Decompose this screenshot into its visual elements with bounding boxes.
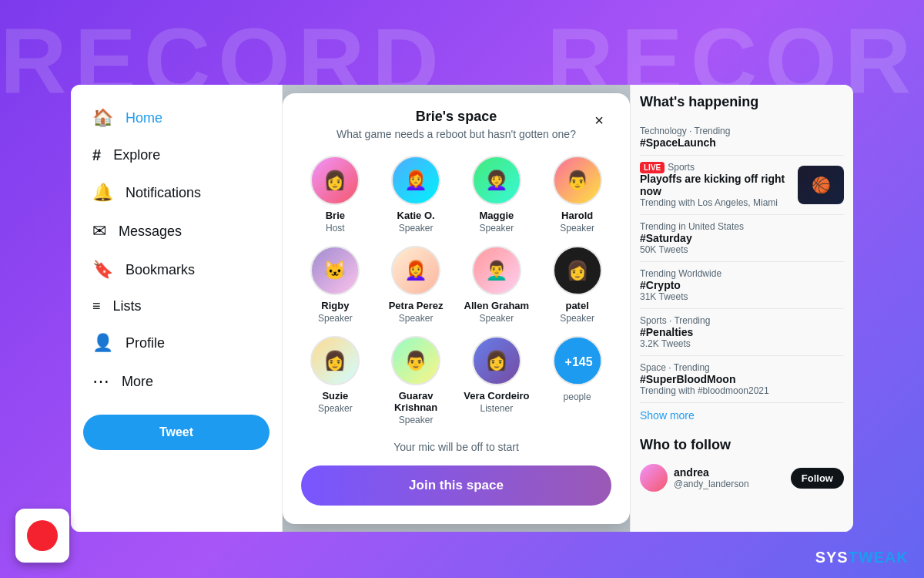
participant-name-suzie: Suzie bbox=[322, 390, 348, 402]
trending-title: What's happening bbox=[640, 94, 844, 110]
participant-name-brie: Brie bbox=[326, 210, 345, 221]
trend-item-space[interactable]: Technology · Trending #SpaceLaunch bbox=[640, 119, 844, 156]
record-circle bbox=[27, 520, 58, 551]
trend-item-saturday[interactable]: Trending in United States #Saturday 50K … bbox=[640, 215, 844, 262]
participant-avatar-guarav: 👨 bbox=[391, 336, 440, 385]
profile-icon: 👤 bbox=[92, 333, 113, 353]
participant-name-rigby: Rigby bbox=[321, 300, 349, 311]
participant-role-maggie: Speaker bbox=[480, 223, 514, 234]
participant-name-allen: Allen Graham bbox=[464, 300, 530, 311]
trend-count: 3.2K Tweets bbox=[640, 338, 844, 349]
participant-role-rigby: Speaker bbox=[318, 313, 353, 324]
participant-role-guarav: Speaker bbox=[399, 415, 434, 425]
trend-name: #SuperBloodMoon bbox=[640, 373, 844, 385]
sidebar-label-profile: Profile bbox=[126, 335, 165, 351]
participant-name-harold: Harold bbox=[561, 210, 593, 221]
participant-role-allen: Speaker bbox=[480, 313, 514, 324]
sidebar-item-bookmarks[interactable]: 🔖 Bookmarks bbox=[83, 252, 270, 287]
participant-plus: +145 people bbox=[543, 336, 611, 425]
trend-item-crypto[interactable]: Trending Worldwide #Crypto 31K Tweets bbox=[640, 262, 844, 309]
sidebar-item-home[interactable]: 🏠 Home bbox=[83, 100, 270, 136]
tweak-text: TWEAK bbox=[849, 549, 909, 566]
participants-grid: 👩 Brie Host 👩‍🦰 Katie O. Speaker bbox=[301, 156, 611, 425]
follow-name-andrea: andrea bbox=[674, 466, 785, 479]
participant-avatar-patel: 👩 bbox=[553, 246, 602, 295]
participant-role-plus: people bbox=[564, 391, 591, 402]
explore-icon: # bbox=[92, 146, 101, 164]
tweet-button[interactable]: Tweet bbox=[83, 415, 270, 450]
participant-avatar-rigby: 🐱 bbox=[310, 246, 360, 295]
participant-role-harold: Speaker bbox=[560, 223, 594, 234]
follow-avatar-andrea bbox=[640, 464, 668, 492]
sidebar-item-lists[interactable]: ≡ Lists bbox=[83, 291, 270, 322]
participant-avatar-plus: +145 bbox=[553, 336, 602, 385]
participant-harold: 👨 Harold Speaker bbox=[543, 156, 611, 234]
sidebar-label-notifications: Notifications bbox=[126, 185, 201, 201]
join-button[interactable]: Join this space bbox=[301, 465, 611, 506]
participant-name-katie: Katie O. bbox=[397, 210, 435, 221]
participant-role-patel: Speaker bbox=[560, 313, 594, 324]
systweak-branding: SYSTWEAK bbox=[815, 549, 909, 566]
sidebar-label-bookmarks: Bookmarks bbox=[126, 262, 195, 278]
who-follow-title: Who to follow bbox=[640, 437, 844, 453]
participant-avatar-petra: 👩‍🦰 bbox=[391, 246, 440, 295]
bell-icon: 🔔 bbox=[92, 183, 113, 203]
trend-category: LIVESports bbox=[640, 162, 798, 173]
participant-avatar-vera: 👩 bbox=[472, 336, 521, 385]
sidebar-label-home: Home bbox=[126, 110, 162, 126]
participant-avatar-katie: 👩‍🦰 bbox=[391, 156, 440, 205]
main-feed: What's happening? bbox=[283, 85, 630, 532]
trend-category: Technology · Trending bbox=[640, 126, 730, 136]
participant-name-maggie: Maggie bbox=[479, 210, 514, 221]
sidebar-item-notifications[interactable]: 🔔 Notifications bbox=[83, 175, 270, 210]
participant-brie: 👩 Brie Host bbox=[301, 156, 370, 234]
sidebar-label-messages: Messages bbox=[119, 223, 182, 240]
modal-title: Brie's space bbox=[301, 109, 611, 125]
trend-category: Trending in United States bbox=[640, 221, 844, 232]
trend-count: 31K Tweets bbox=[640, 291, 844, 302]
trend-name: #SpaceLaunch bbox=[640, 136, 730, 149]
participant-role-vera: Listener bbox=[480, 403, 514, 414]
participant-name-patel: patel bbox=[565, 300, 588, 311]
trend-item-bloodmoon[interactable]: Space · Trending #SuperBloodMoon Trendin… bbox=[640, 356, 844, 403]
participant-role-suzie: Speaker bbox=[318, 403, 353, 414]
trend-image: 🏀 bbox=[798, 166, 844, 204]
participant-role-katie: Speaker bbox=[399, 223, 434, 234]
trend-name: #Crypto bbox=[640, 279, 844, 291]
bookmark-icon: 🔖 bbox=[92, 260, 113, 280]
follow-handle-andrea: @andy_landerson bbox=[674, 479, 785, 489]
participant-maggie: 👩‍🦱 Maggie Speaker bbox=[463, 156, 531, 234]
sidebar-item-messages[interactable]: ✉ Messages bbox=[83, 213, 270, 249]
sidebar-label-explore: Explore bbox=[113, 147, 160, 163]
follow-button-andrea[interactable]: Follow bbox=[791, 468, 844, 489]
record-button[interactable] bbox=[15, 509, 69, 563]
trend-item-penalties[interactable]: Sports · Trending #Penalties 3.2K Tweets bbox=[640, 309, 844, 356]
participant-name-petra: Petra Perez bbox=[389, 300, 444, 311]
follow-suggestion-andrea: andrea @andy_landerson Follow bbox=[640, 459, 844, 496]
participant-name-guarav: Guarav Krishnan bbox=[382, 390, 450, 413]
participant-petra: 👩‍🦰 Petra Perez Speaker bbox=[382, 246, 450, 324]
sidebar: 🏠 Home # Explore 🔔 Notifications ✉ Messa… bbox=[71, 85, 283, 532]
trend-count: Trending with #bloodmoon2021 bbox=[640, 385, 844, 396]
trend-category: Sports · Trending bbox=[640, 315, 844, 326]
trend-item-playoffs[interactable]: LIVESports Playoffs are kicking off righ… bbox=[640, 156, 844, 215]
sidebar-item-explore[interactable]: # Explore bbox=[83, 139, 270, 172]
more-icon: ⋯ bbox=[92, 371, 109, 391]
show-more-trends[interactable]: Show more bbox=[640, 403, 844, 428]
participant-guarav: 👨 Guarav Krishnan Speaker bbox=[382, 336, 450, 425]
trend-name: Playoffs are kicking off right now bbox=[640, 173, 798, 197]
sidebar-item-profile[interactable]: 👤 Profile bbox=[83, 325, 270, 361]
trend-category: Space · Trending bbox=[640, 362, 844, 373]
participant-name-vera: Vera Cordeiro bbox=[464, 390, 529, 402]
participant-suzie: 👩 Suzie Speaker bbox=[301, 336, 370, 425]
trend-count: 50K Tweets bbox=[640, 244, 844, 255]
participant-avatar-suzie: 👩 bbox=[310, 336, 360, 385]
sidebar-item-more[interactable]: ⋯ More bbox=[83, 364, 270, 399]
close-button[interactable]: × bbox=[587, 109, 611, 133]
participant-avatar-allen: 👨‍🦱 bbox=[472, 246, 521, 295]
follow-info-andrea: andrea @andy_landerson bbox=[674, 466, 785, 489]
space-modal: × Brie's space What game needs a reboot … bbox=[283, 93, 630, 524]
participant-rigby: 🐱 Rigby Speaker bbox=[301, 246, 370, 324]
participant-vera: 👩 Vera Cordeiro Listener bbox=[463, 336, 531, 425]
participant-avatar-maggie: 👩‍🦱 bbox=[472, 156, 521, 205]
